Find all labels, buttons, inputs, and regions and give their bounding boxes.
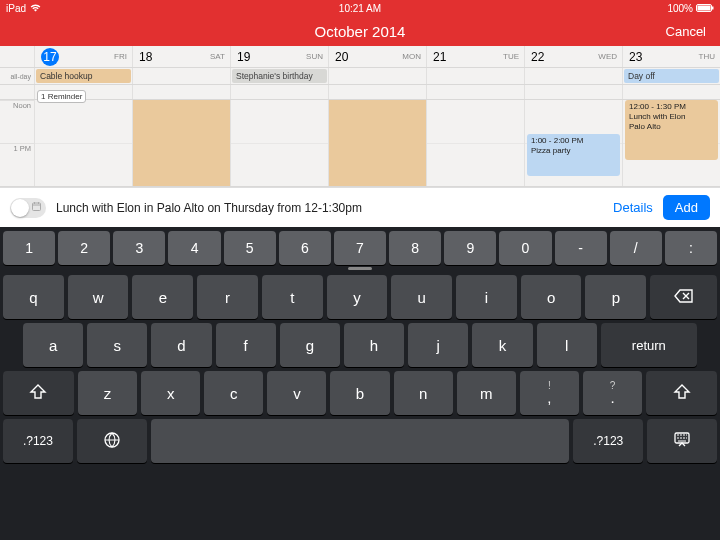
- key-u[interactable]: u: [391, 275, 452, 319]
- day-number: 20: [335, 50, 348, 64]
- day-weekday: MON: [352, 52, 426, 61]
- key-2[interactable]: 2: [58, 231, 110, 265]
- event-input[interactable]: [56, 201, 603, 215]
- key-q[interactable]: q: [3, 275, 64, 319]
- key-o[interactable]: o: [521, 275, 582, 319]
- key-4[interactable]: 4: [168, 231, 220, 265]
- busy-block: [133, 100, 230, 186]
- allday-cell[interactable]: Day off: [622, 68, 720, 84]
- day-column[interactable]: 12:00 - 1:30 PMLunch with ElonPalo Alto: [622, 100, 720, 186]
- key-f[interactable]: f: [216, 323, 276, 367]
- key-a[interactable]: a: [23, 323, 83, 367]
- key-backspace[interactable]: [650, 275, 717, 319]
- key-r[interactable]: r: [197, 275, 258, 319]
- key-8[interactable]: 8: [389, 231, 441, 265]
- key-.[interactable]: ?.: [583, 371, 642, 415]
- status-bar: iPad 10:21 AM 100%: [0, 0, 720, 16]
- key-0[interactable]: 0: [499, 231, 551, 265]
- day-column[interactable]: [34, 100, 132, 186]
- day-column[interactable]: [328, 100, 426, 186]
- day-number: 22: [531, 50, 544, 64]
- key-x[interactable]: x: [141, 371, 200, 415]
- day-number: 21: [433, 50, 446, 64]
- wifi-icon: [30, 4, 41, 12]
- key-i[interactable]: i: [456, 275, 517, 319]
- timed-event[interactable]: 12:00 - 1:30 PMLunch with ElonPalo Alto: [625, 100, 718, 160]
- key--[interactable]: -: [555, 231, 607, 265]
- key-1[interactable]: 1: [3, 231, 55, 265]
- allday-cell[interactable]: [524, 68, 622, 84]
- key-n[interactable]: n: [394, 371, 453, 415]
- key-/[interactable]: /: [610, 231, 662, 265]
- day-header[interactable]: 20MON: [328, 46, 426, 67]
- day-header[interactable]: 23THU: [622, 46, 720, 67]
- day-header[interactable]: 17FRI: [34, 46, 132, 67]
- day-column[interactable]: 1:00 - 2:00 PMPizza party: [524, 100, 622, 186]
- day-column[interactable]: [132, 100, 230, 186]
- key-d[interactable]: d: [151, 323, 211, 367]
- key-p[interactable]: p: [585, 275, 646, 319]
- key-w[interactable]: w: [68, 275, 129, 319]
- key-symbols-right[interactable]: .?123: [573, 419, 643, 463]
- details-button[interactable]: Details: [613, 200, 653, 215]
- reminder-cell: [328, 85, 426, 99]
- key-return[interactable]: return: [601, 323, 697, 367]
- key-,[interactable]: !,: [520, 371, 579, 415]
- key-7[interactable]: 7: [334, 231, 386, 265]
- allday-event[interactable]: Day off: [624, 69, 719, 83]
- timed-event[interactable]: 1:00 - 2:00 PMPizza party: [527, 134, 620, 175]
- quick-entry-bar: Details Add: [0, 187, 720, 227]
- day-header[interactable]: 18SAT: [132, 46, 230, 67]
- key-k[interactable]: k: [472, 323, 532, 367]
- key-m[interactable]: m: [457, 371, 516, 415]
- keyboard-grab-handle[interactable]: [348, 267, 372, 270]
- busy-block: [329, 100, 426, 186]
- day-column[interactable]: [230, 100, 328, 186]
- key-9[interactable]: 9: [444, 231, 496, 265]
- key-6[interactable]: 6: [279, 231, 331, 265]
- key-globe[interactable]: [77, 419, 147, 463]
- key-l[interactable]: l: [537, 323, 597, 367]
- day-header[interactable]: 19SUN: [230, 46, 328, 67]
- key-shift-left[interactable]: [3, 371, 74, 415]
- key-symbols-left[interactable]: .?123: [3, 419, 73, 463]
- reminder-cell: 1 Reminder: [34, 85, 132, 99]
- hour-label: Noon: [0, 100, 34, 143]
- key-space[interactable]: [151, 419, 570, 463]
- allday-cell[interactable]: [426, 68, 524, 84]
- day-number: 17: [41, 48, 59, 66]
- key-y[interactable]: y: [327, 275, 388, 319]
- allday-cell[interactable]: [328, 68, 426, 84]
- key-dismiss[interactable]: [647, 419, 717, 463]
- allday-event[interactable]: Cable hookup: [36, 69, 131, 83]
- toggle-knob: [11, 199, 29, 217]
- key-5[interactable]: 5: [224, 231, 276, 265]
- day-header[interactable]: 22WED: [524, 46, 622, 67]
- battery-icon: [696, 4, 714, 12]
- key-v[interactable]: v: [267, 371, 326, 415]
- add-button[interactable]: Add: [663, 195, 710, 220]
- key-g[interactable]: g: [280, 323, 340, 367]
- allday-toggle[interactable]: [10, 198, 46, 218]
- allday-event[interactable]: Stephanie's birthday: [232, 69, 327, 83]
- shift-icon: [672, 383, 692, 404]
- key-j[interactable]: j: [408, 323, 468, 367]
- key-t[interactable]: t: [262, 275, 323, 319]
- allday-cell[interactable]: Cable hookup: [34, 68, 132, 84]
- key-s[interactable]: s: [87, 323, 147, 367]
- allday-cell[interactable]: Stephanie's birthday: [230, 68, 328, 84]
- key-c[interactable]: c: [204, 371, 263, 415]
- allday-cell[interactable]: [132, 68, 230, 84]
- day-header[interactable]: 21TUE: [426, 46, 524, 67]
- key-z[interactable]: z: [78, 371, 137, 415]
- key-:[interactable]: :: [665, 231, 717, 265]
- cancel-button[interactable]: Cancel: [666, 24, 706, 39]
- key-shift-right[interactable]: [646, 371, 717, 415]
- key-b[interactable]: b: [330, 371, 389, 415]
- key-h[interactable]: h: [344, 323, 404, 367]
- dismiss-keyboard-icon: [672, 431, 692, 452]
- calendar-week-view: 17FRI18SAT19SUN20MON21TUE22WED23THU all-…: [0, 46, 720, 187]
- key-3[interactable]: 3: [113, 231, 165, 265]
- key-e[interactable]: e: [132, 275, 193, 319]
- day-column[interactable]: [426, 100, 524, 186]
